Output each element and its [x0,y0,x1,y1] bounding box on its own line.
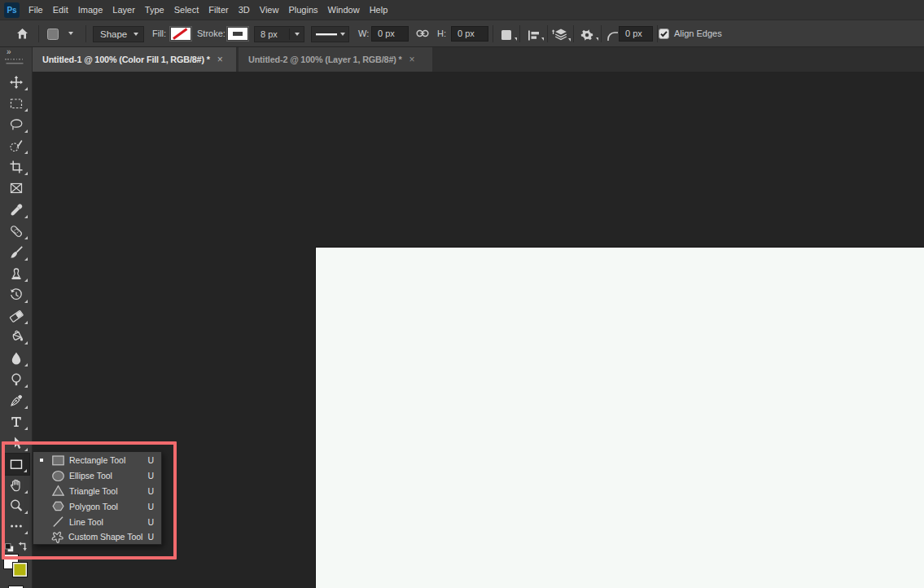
dodge-tool[interactable] [2,369,30,390]
separator [38,25,39,42]
clone-stamp-tool[interactable] [2,263,30,284]
menu-file[interactable]: File [24,0,48,20]
tool-preset-chevron-icon[interactable] [68,32,73,35]
toolbar-grip[interactable] [5,59,24,63]
chevron-down-icon [295,33,300,36]
menu-view[interactable]: View [255,0,284,20]
home-icon[interactable] [15,27,29,41]
align-edges-checkbox[interactable] [659,29,669,39]
stroke-width-value: 8 px [255,29,278,39]
eraser-tool[interactable] [2,305,30,327]
height-label: H: [437,20,446,46]
path-operations-button[interactable] [500,29,514,42]
tool-mode-value: Shape [94,29,127,39]
tab-close-icon[interactable]: × [409,54,415,65]
combo-divider [289,29,290,40]
separator [547,25,548,42]
tab-close-icon[interactable]: × [217,54,223,65]
document-tab-untitled-1[interactable]: Untitled-1 @ 100% (Color Fill 1, RGB/8#)… [33,47,236,72]
stroke-width-combo[interactable]: 8 px [254,26,304,42]
width-label: W: [358,20,369,46]
tool-flyout-corner-icon [24,129,28,133]
chevron-down-icon [541,37,544,41]
eyedropper-tool[interactable] [2,200,30,221]
menu-type[interactable]: Type [140,0,169,20]
menu-plugins[interactable]: Plugins [283,0,322,20]
stroke-swatch[interactable] [226,26,249,42]
tool-flyout-corner-icon [24,279,28,282]
pen-tool[interactable] [2,390,30,411]
corner-radius-icon [607,31,620,42]
background-color-swatch[interactable] [12,562,28,577]
document-tab-bar: » Untitled-1 @ 100% (Color Fill 1, RGB/8… [0,47,924,72]
stroke-label: Stroke: [197,20,226,46]
tool-flyout-corner-icon [24,341,28,344]
chevron-down-icon [568,38,571,42]
path-arrangement-button[interactable] [551,28,568,42]
separator [85,25,86,42]
crop-tool[interactable] [2,156,30,178]
menu-image[interactable]: Image [73,0,108,20]
separator [657,25,658,42]
object-selection-tool[interactable] [2,135,30,156]
tool-flyout-corner-icon [24,384,28,388]
menu-window[interactable]: Window [323,0,365,20]
brush-tool[interactable] [2,242,30,263]
chevron-down-icon [340,33,345,36]
menu-layer[interactable]: Layer [107,0,140,20]
shape-height-input[interactable]: 0 px [451,26,488,42]
spot-healing-brush-tool[interactable] [2,221,30,242]
history-brush-tool[interactable] [2,284,30,305]
corner-radius-input[interactable]: 0 px [619,26,653,42]
tool-flyout-corner-icon [24,427,28,430]
tool-flyout-corner-icon [24,151,28,154]
blur-tool[interactable] [2,348,30,369]
path-alignment-button[interactable] [527,29,541,42]
shape-settings-gear-icon[interactable] [580,28,594,42]
menu-edit[interactable]: Edit [48,0,73,20]
menu-filter[interactable]: Filter [204,0,233,20]
chevron-down-icon [515,37,517,41]
separator [601,25,602,42]
menu-select[interactable]: Select [169,0,204,20]
move-tool[interactable] [2,72,30,93]
annotation-highlight-box [2,441,177,559]
fill-swatch[interactable] [169,26,192,42]
stroke-style-combo[interactable] [311,26,349,42]
type-tool[interactable] [2,411,30,432]
tool-flyout-corner-icon [24,172,28,175]
tool-flyout-corner-icon [24,406,28,409]
tool-flyout-corner-icon [24,257,28,261]
menu-bar: Ps File Edit Image Layer Type Select Fil… [0,0,924,20]
align-edges-label: Align Edges [674,20,722,46]
frame-tool[interactable] [2,178,30,199]
document-tab-untitled-2[interactable]: Untitled-2 @ 100% (Layer 1, RGB/8#) * × [239,47,432,72]
tool-flyout-corner-icon [24,363,28,366]
tool-flyout-corner-icon [24,236,28,239]
separator [573,25,574,42]
tab-title: Untitled-2 @ 100% (Layer 1, RGB/8#) * [248,55,402,64]
tool-flyout-corner-icon [24,87,28,90]
collapse-toolbar-icon[interactable]: » [7,47,12,56]
separator [493,25,493,42]
tool-flyout-corner-icon [24,321,28,324]
photoshop-logo[interactable]: Ps [4,2,20,18]
tool-mode-select[interactable]: Shape [93,26,144,42]
menu-help[interactable]: Help [365,0,393,20]
toolbar-header: » [0,47,33,72]
shape-width-input[interactable]: 0 px [371,26,409,42]
document-canvas[interactable] [316,248,924,588]
separator [519,25,520,42]
tab-title: Untitled-1 @ 100% (Color Fill 1, RGB/8#)… [42,55,210,64]
solid-line-icon [316,32,337,37]
link-dimensions-icon[interactable] [415,29,430,37]
chevron-down-icon [596,37,598,41]
lasso-tool[interactable] [2,114,30,135]
paint-bucket-tool[interactable] [2,326,30,347]
chevron-down-icon [134,33,138,36]
tool-flyout-corner-icon [24,108,28,112]
rectangular-marquee-tool[interactable] [2,93,30,114]
tool-flyout-corner-icon [24,300,28,303]
tool-preset-picker[interactable] [46,28,59,41]
menu-3d[interactable]: 3D [234,0,255,20]
